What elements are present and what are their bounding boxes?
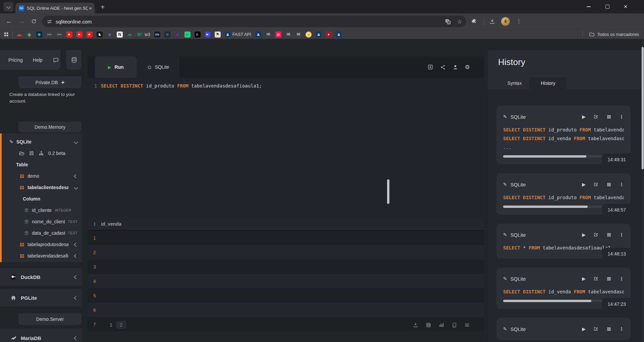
bookmark-green-r-icon[interactable]: ▷ <box>184 32 191 38</box>
share-icon[interactable] <box>440 64 446 70</box>
new-window-icon[interactable] <box>427 64 433 70</box>
chevron-down-icon[interactable] <box>74 140 78 144</box>
hamburger-menu-icon[interactable] <box>464 322 470 328</box>
history-card-2[interactable]: ✎ SQLite ▶ ⋮ SELECT DISTINCT id_produto … <box>496 173 631 215</box>
result-row-4[interactable]: 4 <box>88 274 484 288</box>
edit-icon[interactable] <box>593 114 599 119</box>
chevron-left-icon[interactable] <box>74 254 78 258</box>
gear-icon[interactable]: ⚙ <box>465 64 470 70</box>
page-button-1[interactable]: 1 <box>109 322 113 328</box>
tab-sqlite[interactable]: SQLite <box>137 56 179 78</box>
bookmark-crest-icon[interactable]: ♦ <box>326 32 332 38</box>
chevron-down-icon[interactable] <box>74 185 78 190</box>
bookmark-statue-icon[interactable]: ♞ <box>97 32 103 38</box>
bookmark-notion-icon[interactable]: N <box>117 32 123 38</box>
bookmark-sphere-icon[interactable]: ◑ <box>306 32 312 38</box>
maximize-button[interactable] <box>602 3 613 10</box>
bookmark-goggles-icon[interactable]: ∞ <box>127 32 133 38</box>
result-row-5[interactable]: 5 <box>88 288 484 303</box>
kebab-menu-icon[interactable]: ⋮ <box>619 114 624 119</box>
bookmark-cloud-icon[interactable]: ☁ <box>16 32 22 38</box>
sidebar-item-duckdb[interactable]: DuckDB <box>0 268 82 286</box>
kebab-menu-icon[interactable]: ⋮ <box>619 276 624 281</box>
bookmark-flag-card-icon[interactable]: ⚑ <box>215 32 221 38</box>
chat-icon[interactable] <box>53 57 59 63</box>
bookmark-youtube-3-icon[interactable]: ▶ <box>87 32 93 38</box>
close-button[interactable]: ✕ <box>620 3 631 10</box>
extensions-icon[interactable] <box>471 18 477 24</box>
column-handle-icon[interactable]: ⋮ <box>93 222 97 226</box>
sidebar-table-clientes[interactable]: tabelaclientesdesafio... <box>0 182 82 193</box>
editor-scrollbar-thumb[interactable] <box>387 179 389 204</box>
chevron-left-icon[interactable] <box>74 242 78 247</box>
bookmark-dim-board-icon[interactable]: ▣ <box>164 32 170 38</box>
bookmark-blue-play-icon[interactable]: ▶ <box>205 32 211 38</box>
kebab-menu-icon[interactable]: ⋮ <box>619 327 624 331</box>
play-icon[interactable]: ▶ <box>582 114 586 119</box>
bookmark-w3schools-icon[interactable]: W³w3 <box>137 32 150 38</box>
sidebar-table-produtos[interactable]: tabelaprodutosdesafioa... <box>0 239 82 250</box>
bookmark-cisco-1-icon[interactable]: ılıılı <box>46 32 52 38</box>
play-icon[interactable]: ▶ <box>582 232 586 237</box>
translate-icon[interactable]: Aa <box>445 18 451 25</box>
site-info-icon[interactable] <box>47 19 52 24</box>
sidebar-item-sqlite[interactable]: ✎ SQLite <box>0 136 82 148</box>
bookmark-red-paren-icon[interactable]: ((( <box>275 32 281 38</box>
minimize-button[interactable] <box>583 3 594 10</box>
add-database-button[interactable]: + <box>61 79 64 86</box>
history-card-4[interactable]: ✎ SQLite ▶ ⋮ SELECT DISTINCT id_venda FR… <box>496 268 631 309</box>
new-tab-button[interactable]: + <box>99 3 107 11</box>
chevron-left-icon[interactable] <box>74 336 78 340</box>
play-icon[interactable]: ▶ <box>582 276 586 281</box>
chart-view-icon[interactable] <box>438 322 444 328</box>
tab-history[interactable]: History <box>529 77 567 89</box>
column-header-id-venda[interactable]: id_venda <box>101 221 121 227</box>
sidebar-table-demo[interactable]: demo <box>0 170 82 182</box>
downloads-icon[interactable] <box>489 18 495 24</box>
bookmark-cisco-2-icon[interactable]: ılıılı <box>56 32 62 38</box>
database-panel-button[interactable] <box>66 50 82 70</box>
sidebar-item-pglite[interactable]: PGLite <box>0 289 82 306</box>
sidebar-item-mariadb[interactable]: MariaDB <box>0 329 82 342</box>
bookmark-a-4-icon[interactable]: a <box>336 32 342 38</box>
bookmark-w3schools-label[interactable]: w3 <box>145 32 150 37</box>
sql-editor[interactable]: 1SELECT DISTINCT id_produto FROM tabelav… <box>88 78 484 218</box>
tab-search-button[interactable] <box>3 2 13 11</box>
profile-avatar[interactable]: 6 <box>501 17 510 26</box>
kebab-menu-icon[interactable]: ⋮ <box>515 17 523 25</box>
sidebar-column-data[interactable]: data_de_cadastro TEXT <box>0 227 82 239</box>
edit-icon[interactable] <box>593 182 599 187</box>
run-button[interactable]: ▶ Run <box>95 56 137 78</box>
history-card-1[interactable]: ✎ SQLite ▶ ⋮ SELECT DISTINCT id_produto … <box>496 106 631 164</box>
edit-icon[interactable] <box>593 276 599 281</box>
bookmark-star-icon[interactable]: ☆ <box>457 19 462 24</box>
page-button-2[interactable]: 2 <box>116 321 126 329</box>
result-row-1[interactable]: 1 <box>88 231 484 245</box>
result-row-2[interactable]: 2 <box>88 245 484 260</box>
user-icon[interactable] <box>452 64 458 70</box>
play-icon[interactable]: ▶ <box>582 182 586 187</box>
kebab-menu-icon[interactable]: ⋮ <box>619 232 624 237</box>
menu-help[interactable]: Help <box>33 57 43 63</box>
grid-icon[interactable] <box>606 327 611 332</box>
bookmark-fastapi-label[interactable]: FAST API <box>232 32 251 37</box>
bookmark-youtube-1-icon[interactable]: ▶ <box>66 32 72 38</box>
tab-syntax[interactable]: Syntax <box>500 77 529 89</box>
page-scrollbar-thumb[interactable] <box>642 47 644 169</box>
all-bookmarks-label[interactable]: Todos os marcadores <box>597 32 639 37</box>
menu-pricing[interactable]: Pricing <box>8 57 23 63</box>
grid-icon[interactable] <box>606 232 611 237</box>
grid-icon[interactable] <box>606 182 611 187</box>
bookmark-fastapi-icon[interactable]: aFAST API <box>225 32 251 38</box>
bookmark-purple-dot-icon[interactable]: ● <box>174 32 180 38</box>
bookmark-hi-1-icon[interactable]: HI <box>265 32 271 38</box>
back-button[interactable]: ← <box>5 17 13 25</box>
demo-server-tab[interactable]: Demo.Server <box>18 314 82 325</box>
history-card-5[interactable]: ✎ SQLite ▶ ⋮ <box>496 318 631 340</box>
demo-memory-tab[interactable]: Demo.Memory <box>18 122 82 132</box>
browser-tab[interactable]: SQL SQL Online AiDE - Next gen SQ × <box>15 3 95 13</box>
reload-button[interactable] <box>31 18 37 24</box>
edit-icon[interactable] <box>593 232 599 237</box>
bookmark-spark-icon[interactable]: ◆ <box>107 32 113 38</box>
bookmark-monster-icon[interactable]: ◉ <box>36 32 42 38</box>
